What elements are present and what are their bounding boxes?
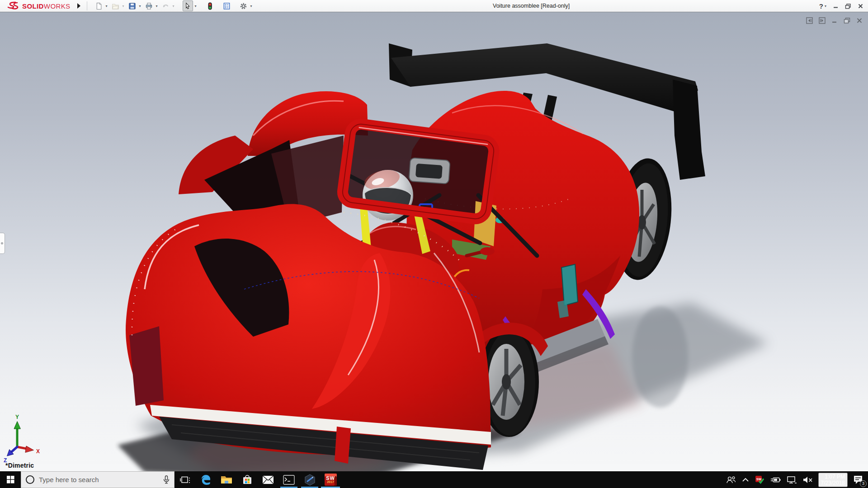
previous-pane-icon <box>806 17 813 24</box>
orientation-triad: Y X Z <box>3 413 44 463</box>
ethernet-network-icon <box>787 476 797 484</box>
file-properties-button[interactable] <box>222 0 232 11</box>
mail-icon <box>262 475 274 484</box>
tray-date: 7/23/2018 <box>821 480 845 486</box>
save-floppy-icon <box>128 2 136 10</box>
document-minimize-button[interactable] <box>831 17 838 24</box>
help-button[interactable]: ? ▾ <box>819 2 826 10</box>
cockpit-mirror-box <box>409 158 450 184</box>
network-button[interactable] <box>786 475 797 485</box>
document-restore-icon <box>844 17 850 24</box>
minimize-icon <box>833 3 839 9</box>
window-controls: ? ▾ <box>819 0 863 12</box>
volume-button[interactable] <box>802 475 814 485</box>
menu-flyout-arrow[interactable] <box>75 1 83 10</box>
previous-pane-button[interactable] <box>806 17 813 24</box>
taskbar-app-solidworks[interactable]: SW 2017 <box>320 471 341 488</box>
new-dropdown-caret[interactable]: ▾ <box>106 4 108 8</box>
tray-clock[interactable]: 1:07 PM 7/23/2018 <box>818 473 848 487</box>
minimize-button[interactable] <box>833 3 839 9</box>
start-button[interactable] <box>0 471 21 488</box>
document-minimize-icon <box>831 17 838 24</box>
options-button[interactable] <box>238 0 249 11</box>
triad-x-label: X <box>36 448 40 455</box>
close-icon <box>858 3 863 9</box>
store-icon <box>242 474 253 485</box>
solidworks-logo: SOLIDWORKS <box>0 0 71 12</box>
solidworks-check-icon: SW <box>755 475 764 484</box>
save-dropdown-caret[interactable]: ▾ <box>139 4 141 8</box>
print-icon <box>145 2 153 10</box>
undo-button[interactable] <box>160 0 171 11</box>
action-center-button[interactable]: 3 <box>852 474 864 486</box>
svg-text:SW: SW <box>756 478 762 481</box>
select-dropdown-caret[interactable]: ▾ <box>195 4 197 8</box>
open-button[interactable] <box>110 0 121 11</box>
document-close-icon <box>856 17 863 24</box>
solidworks-window: SOLIDWORKS ▾ ▾ <box>0 0 868 488</box>
microphone-icon[interactable] <box>163 475 170 484</box>
taskbar-app-edrawings[interactable] <box>299 471 320 488</box>
file-properties-icon <box>223 2 231 10</box>
print-dropdown-caret[interactable]: ▾ <box>156 4 158 8</box>
battery-charging-icon <box>770 477 781 483</box>
windows-taskbar: SW 2017 <box>0 471 868 488</box>
taskbar-app-mail[interactable] <box>258 471 278 488</box>
3d-model-canvas[interactable] <box>0 12 868 471</box>
undo-arrow-icon <box>162 2 170 10</box>
panel-tab-grip-icon <box>1 242 3 244</box>
open-folder-icon <box>112 2 119 10</box>
print-button[interactable] <box>144 0 154 11</box>
file-explorer-icon <box>221 475 232 485</box>
notification-badge: 3 <box>860 480 867 487</box>
undo-dropdown-caret[interactable]: ▾ <box>173 4 175 8</box>
edrawings-hexagon-icon <box>304 474 316 486</box>
task-view-button[interactable] <box>175 471 195 488</box>
command-prompt-icon <box>283 475 295 485</box>
options-dropdown-caret[interactable]: ▾ <box>250 4 252 8</box>
open-dropdown-caret[interactable]: ▾ <box>123 4 124 8</box>
taskbar-app-file-explorer[interactable] <box>216 471 237 488</box>
taskbar-app-store[interactable] <box>237 471 258 488</box>
select-cursor-icon <box>184 2 192 10</box>
document-title: Voiture assomblee [Read-only] <box>493 3 570 9</box>
edge-icon <box>200 474 212 486</box>
document-window-controls <box>806 17 863 24</box>
quick-access-toolbar: ▾ ▾ ▾ ▾ <box>94 0 254 11</box>
taskbar-spacer <box>341 471 725 488</box>
right-mirror <box>480 247 495 255</box>
feature-panel-collapsed-tab[interactable] <box>0 233 5 254</box>
restore-button[interactable] <box>845 3 851 9</box>
toolbar-separator <box>87 1 87 10</box>
system-tray: SW <box>725 471 868 488</box>
save-button[interactable] <box>127 0 137 11</box>
title-bar: SOLIDWORKS ▾ ▾ <box>0 0 868 12</box>
cortana-icon <box>26 475 34 484</box>
brand-wordmark: SOLIDWORKS <box>22 2 71 10</box>
taskbar-app-command-prompt[interactable] <box>278 471 299 488</box>
task-view-icon <box>180 476 190 484</box>
new-document-icon <box>95 2 103 10</box>
help-dropdown-caret: ▾ <box>825 4 826 8</box>
close-button[interactable] <box>858 3 863 9</box>
next-pane-button[interactable] <box>819 17 826 24</box>
select-tool-button[interactable] <box>183 0 193 11</box>
taskbar-search-box[interactable] <box>21 471 175 488</box>
document-restore-button[interactable] <box>844 17 850 24</box>
graphics-area: Y X Z *Dimetric <box>0 12 868 471</box>
battery-button[interactable] <box>769 476 782 484</box>
rebuild-button[interactable] <box>205 0 215 11</box>
dassault-systemes-mark-icon <box>6 1 20 10</box>
search-input[interactable] <box>39 476 159 483</box>
people-button[interactable] <box>725 475 737 485</box>
show-hidden-icons-button[interactable] <box>741 477 750 483</box>
tray-time: 1:07 PM <box>821 474 845 480</box>
next-pane-icon <box>819 17 826 24</box>
flyout-triangle-icon <box>77 3 81 9</box>
triad-y-label: Y <box>15 414 19 420</box>
new-document-button[interactable] <box>94 0 104 11</box>
taskbar-app-edge[interactable] <box>195 471 216 488</box>
document-close-button[interactable] <box>856 17 863 24</box>
rebuild-traffic-light-icon <box>206 2 214 10</box>
solidworks-monitor-tray-button[interactable]: SW <box>754 474 765 485</box>
